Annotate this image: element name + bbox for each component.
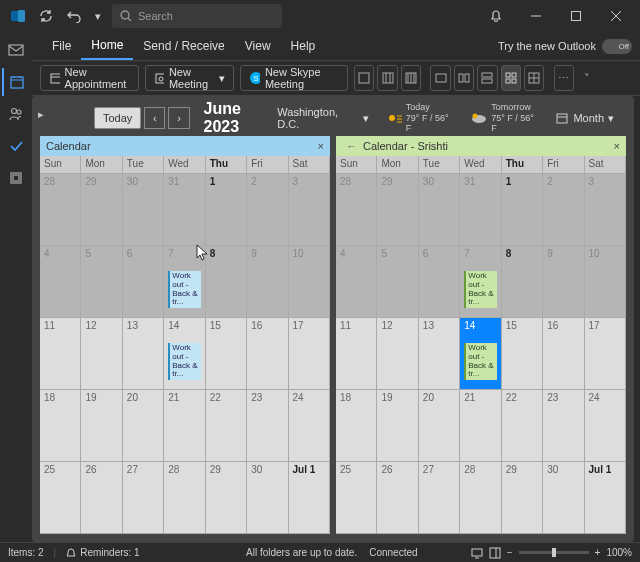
calendar-cell[interactable]: 24 — [289, 390, 330, 462]
calendar-cell[interactable]: 1 — [206, 174, 247, 246]
calendar-event[interactable]: Work out - Back & tr... — [168, 343, 200, 380]
calendar-cell[interactable]: 12 — [377, 318, 418, 390]
calendar-cell[interactable]: 3 — [289, 174, 330, 246]
calendar-cell[interactable]: 25 — [40, 462, 81, 534]
weather-today[interactable]: Today79° F / 56° F — [385, 102, 454, 134]
calendar-cell[interactable]: 29 — [206, 462, 247, 534]
calendar-cell[interactable]: 23 — [543, 390, 584, 462]
view-workweek-icon[interactable] — [377, 65, 397, 91]
calendar-cell[interactable]: 5 — [81, 246, 122, 318]
calendar-cell[interactable]: 25 — [336, 462, 377, 534]
arrange-1-icon[interactable] — [430, 65, 450, 91]
calendar-cell[interactable]: 22 — [206, 390, 247, 462]
calendar-cell[interactable]: 13 — [123, 318, 164, 390]
menu-help[interactable]: Help — [281, 32, 326, 60]
calendar-cell[interactable]: 4 — [336, 246, 377, 318]
new-appointment-button[interactable]: New Appointment — [40, 65, 139, 91]
calendar-cell[interactable]: 18 — [40, 390, 81, 462]
rail-calendar-icon[interactable] — [2, 68, 30, 96]
calendar-cell[interactable]: 24 — [585, 390, 626, 462]
calendar-cell[interactable]: 20 — [123, 390, 164, 462]
calendar-cell[interactable]: 29 — [81, 174, 122, 246]
calendar-cell[interactable]: 23 — [247, 390, 288, 462]
arrange-4-icon[interactable] — [501, 65, 521, 91]
calendar-cell[interactable]: 7Work out - Back & tr... — [460, 246, 501, 318]
ribbon-more-icon[interactable]: ⋯ — [554, 65, 574, 91]
calendar-cell[interactable]: 28 — [40, 174, 81, 246]
try-new-outlook[interactable]: Try the new Outlook Off — [498, 39, 632, 54]
display-settings-icon[interactable] — [471, 547, 483, 559]
qat-dropdown-icon[interactable]: ▾ — [92, 6, 104, 26]
calendar-cell[interactable]: 14Work out - Back & tr... — [164, 318, 205, 390]
close-icon[interactable]: × — [318, 140, 324, 152]
prev-month-button[interactable]: ‹ — [144, 107, 165, 129]
calendar-cell[interactable]: 26 — [377, 462, 418, 534]
rail-more-icon[interactable] — [2, 164, 30, 192]
menu-view[interactable]: View — [235, 32, 281, 60]
arrange-2-icon[interactable] — [454, 65, 474, 91]
new-skype-meeting-button[interactable]: SNew Skype Meeting — [240, 65, 348, 91]
rail-mail-icon[interactable] — [2, 36, 30, 64]
calendar-cell[interactable]: 9 — [247, 246, 288, 318]
calendar-cell[interactable]: 29 — [377, 174, 418, 246]
calendar-cell[interactable]: 12 — [81, 318, 122, 390]
calendar-cell[interactable]: 29 — [502, 462, 543, 534]
close-icon[interactable]: × — [614, 140, 620, 152]
menu-sendreceive[interactable]: Send / Receive — [133, 32, 234, 60]
arrow-left-icon[interactable]: ← — [346, 140, 357, 152]
expand-navpane-button[interactable]: ▸ — [38, 108, 54, 124]
calendar-cell[interactable]: 19 — [377, 390, 418, 462]
arrange-5-icon[interactable] — [524, 65, 544, 91]
zoom-in-button[interactable]: + — [595, 547, 601, 558]
calendar-cell[interactable]: 13 — [419, 318, 460, 390]
rail-people-icon[interactable] — [2, 100, 30, 128]
zoom-slider[interactable] — [519, 551, 589, 554]
calendar-right-header[interactable]: ← Calendar - Srishti × — [336, 136, 626, 156]
calendar-left-header[interactable]: Calendar × — [40, 136, 330, 156]
calendar-cell[interactable]: 6 — [123, 246, 164, 318]
calendar-cell[interactable]: 19 — [81, 390, 122, 462]
new-meeting-button[interactable]: New Meeting▾ — [145, 65, 235, 91]
calendar-cell[interactable]: 10 — [289, 246, 330, 318]
calendar-cell[interactable]: Jul 1 — [289, 462, 330, 534]
calendar-event[interactable]: Work out - Back & tr... — [168, 271, 200, 308]
calendar-cell[interactable]: 7Work out - Back & tr... — [164, 246, 205, 318]
calendar-cell[interactable]: 31 — [164, 174, 205, 246]
menu-file[interactable]: File — [42, 32, 81, 60]
calendar-cell[interactable]: 11 — [336, 318, 377, 390]
calendar-cell[interactable]: 9 — [543, 246, 584, 318]
calendar-cell[interactable]: 17 — [289, 318, 330, 390]
calendar-cell[interactable]: 16 — [543, 318, 584, 390]
calendar-cell[interactable]: 15 — [502, 318, 543, 390]
calendar-cell[interactable]: 4 — [40, 246, 81, 318]
toggle-switch[interactable]: Off — [602, 39, 632, 54]
calendar-cell[interactable]: 22 — [502, 390, 543, 462]
calendar-cell[interactable]: 14Work out - Back & tr... — [460, 318, 501, 390]
calendar-cell[interactable]: 26 — [81, 462, 122, 534]
rail-todo-icon[interactable] — [2, 132, 30, 160]
weather-tomorrow[interactable]: Tomorrow75° F / 56° F — [470, 102, 539, 134]
calendar-cell[interactable]: 5 — [377, 246, 418, 318]
calendar-cell[interactable]: 10 — [585, 246, 626, 318]
calendar-cell[interactable]: 30 — [419, 174, 460, 246]
calendar-cell[interactable]: 6 — [419, 246, 460, 318]
calendar-cell[interactable]: 21 — [460, 390, 501, 462]
reading-pane-icon[interactable] — [489, 547, 501, 559]
calendar-cell[interactable]: 2 — [543, 174, 584, 246]
arrange-3-icon[interactable] — [477, 65, 497, 91]
calendar-cell[interactable]: 30 — [543, 462, 584, 534]
zoom-out-button[interactable]: − — [507, 547, 513, 558]
calendar-event[interactable]: Work out - Back & tr... — [464, 271, 496, 308]
calendar-cell[interactable]: 2 — [247, 174, 288, 246]
view-week-icon[interactable] — [401, 65, 421, 91]
calendar-cell[interactable]: 11 — [40, 318, 81, 390]
calendar-event[interactable]: Work out - Back & tr... — [464, 343, 496, 380]
calendar-cell[interactable]: 21 — [164, 390, 205, 462]
calendar-cell[interactable]: 27 — [419, 462, 460, 534]
close-button[interactable] — [596, 0, 636, 32]
search-box[interactable]: Search — [112, 4, 282, 28]
calendar-cell[interactable]: 18 — [336, 390, 377, 462]
calendar-cell[interactable]: 16 — [247, 318, 288, 390]
today-button[interactable]: Today — [94, 107, 141, 129]
calendar-cell[interactable]: 8 — [206, 246, 247, 318]
